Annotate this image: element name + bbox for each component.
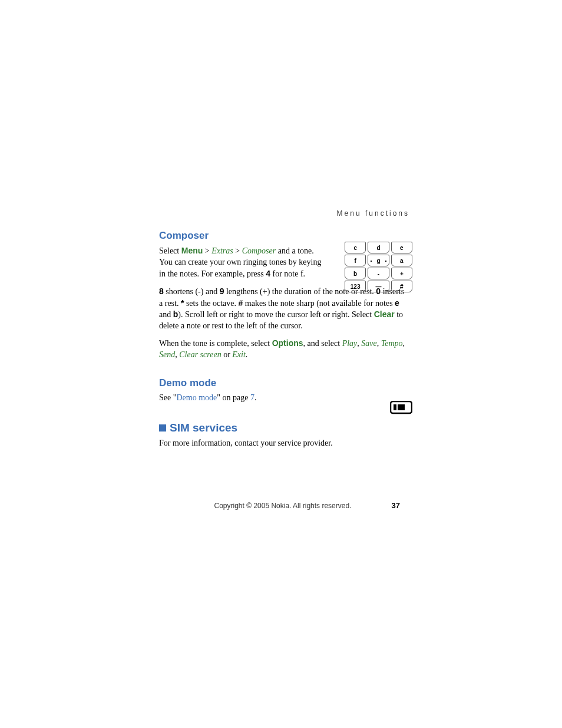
menu-path-menu: Menu — [181, 246, 203, 255]
key-hash: # — [391, 281, 412, 292]
menu-path-composer: Composer — [242, 246, 276, 255]
key-dash: — — [368, 281, 389, 292]
page-ref-link[interactable]: 7 — [250, 393, 254, 402]
section-bullet-icon — [159, 424, 166, 431]
key-f: f — [345, 255, 366, 266]
demo-mode-link[interactable]: Demo mode — [176, 393, 217, 402]
sim-para: For more information, contact your servi… — [159, 438, 406, 449]
key-c: c — [345, 242, 366, 253]
heading-demo-mode: Demo mode — [159, 377, 406, 389]
page-number: 37 — [392, 501, 400, 510]
menu-path-extras: Extras — [211, 246, 233, 255]
svg-rect-1 — [394, 404, 396, 410]
key-b: b — [345, 268, 366, 279]
composer-para-3: When the tone is complete, select Option… — [159, 338, 406, 361]
composer-para-1: Select Menu > Extras > Composer and a to… — [159, 245, 324, 280]
running-header: Menu functions — [337, 209, 409, 218]
key-plus: + — [391, 268, 412, 279]
demo-para: See "Demo mode" on page 7. — [159, 393, 406, 404]
clear-label: Clear — [374, 309, 395, 319]
key-123: 123 — [345, 281, 366, 292]
heading-composer: Composer — [159, 230, 406, 242]
sim-card-icon — [390, 401, 412, 417]
keypad-figure: c d e f g a b - + 123 — # — [345, 242, 412, 294]
options-label: Options — [272, 338, 303, 348]
key-e: e — [391, 242, 412, 253]
key-minus: - — [368, 268, 389, 279]
key-d: d — [368, 242, 389, 253]
key-a: a — [391, 255, 412, 266]
key-g: g — [368, 255, 389, 266]
heading-sim-services: SIM services — [159, 421, 406, 434]
svg-rect-2 — [398, 404, 405, 410]
footer-copyright: Copyright © 2005 Nokia. All rights reser… — [159, 502, 406, 510]
